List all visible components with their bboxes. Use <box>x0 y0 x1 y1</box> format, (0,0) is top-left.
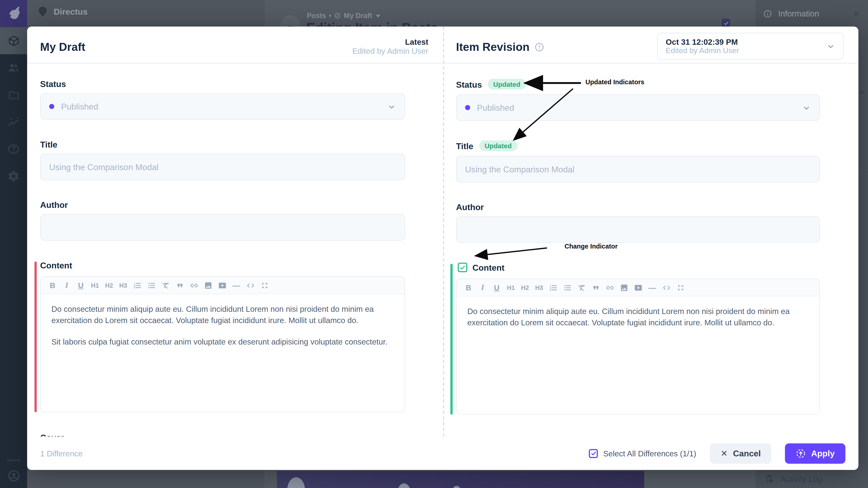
module-files[interactable] <box>0 81 27 108</box>
editor-body: Do consectetur minim aliquip aute eu. Ci… <box>457 297 819 414</box>
status-updated-badge: Updated <box>488 79 526 90</box>
author-input <box>456 217 820 243</box>
help-icon <box>7 143 20 156</box>
bullet-list-icon[interactable] <box>145 279 158 292</box>
bullet-list-icon[interactable] <box>561 281 574 294</box>
select-all-checkbox[interactable] <box>589 449 598 458</box>
project-chooser[interactable]: Directus <box>38 7 88 17</box>
save-button[interactable] <box>722 19 730 27</box>
module-content[interactable] <box>0 27 27 54</box>
apply-icon <box>796 448 806 458</box>
apply-button[interactable]: Apply <box>785 443 845 463</box>
draft-panel-title: My Draft <box>40 41 86 54</box>
code-icon[interactable] <box>660 281 673 294</box>
user-avatar[interactable] <box>0 464 27 487</box>
horizontal-rule-icon[interactable]: — <box>646 281 658 294</box>
close-icon[interactable] <box>853 10 860 18</box>
chevron-down-icon <box>802 103 811 112</box>
removed-indicator-bar <box>35 262 37 413</box>
heading-1-icon[interactable]: H1 <box>89 279 101 292</box>
clear-format-icon[interactable] <box>159 279 172 292</box>
italic-icon[interactable]: I <box>476 281 489 294</box>
editor-toolbar: BIUH1H2H3— <box>41 277 405 294</box>
revision-panel-title: Item Revision <box>456 41 530 54</box>
module-settings[interactable] <box>0 163 27 190</box>
status-select: Published <box>40 93 405 120</box>
project-logo-icon <box>38 7 47 17</box>
underline-icon[interactable]: U <box>74 279 87 292</box>
folder-icon <box>8 89 20 101</box>
title-input: Using the Comparison Modal <box>456 156 820 183</box>
apply-label: Apply <box>811 449 835 458</box>
cover-field-label: Cover <box>40 433 405 437</box>
blockquote-icon[interactable] <box>174 279 186 292</box>
content-change-checkbox[interactable] <box>458 263 467 272</box>
status-field-label: Status <box>456 80 482 90</box>
ordered-list-icon[interactable] <box>547 281 559 294</box>
module-insights[interactable] <box>0 108 27 135</box>
content-field-label: Content <box>472 263 504 272</box>
title-input: Using the Comparison Modal <box>40 154 405 180</box>
screen: Information Activity Log <box>0 0 868 488</box>
content-editor: BIUH1H2H3— Do consectetur minim aliquip … <box>40 276 405 413</box>
chevron-down-icon <box>387 102 396 111</box>
module-docs[interactable] <box>0 135 27 163</box>
image-icon[interactable] <box>618 281 630 294</box>
video-icon[interactable] <box>216 279 228 292</box>
heading-3-icon[interactable]: H3 <box>117 279 129 292</box>
chevron-down-icon <box>826 42 835 51</box>
clear-format-icon[interactable] <box>575 281 588 294</box>
close-icon <box>721 450 728 457</box>
title-updated-badge: Updated <box>479 140 518 151</box>
content-paragraph: Do consectetur minim aliquip aute eu. Ci… <box>467 306 809 328</box>
bold-icon[interactable]: B <box>46 279 59 292</box>
status-select: Published <box>456 94 820 121</box>
horizontal-rule-icon[interactable]: — <box>230 279 243 292</box>
video-icon[interactable] <box>632 281 644 294</box>
module-users[interactable] <box>0 54 27 81</box>
revision-selector[interactable]: Oct 31 12:02:39 PM Edited by Admin User <box>657 33 844 60</box>
fullscreen-icon[interactable] <box>674 281 687 294</box>
bold-icon[interactable]: B <box>462 281 475 294</box>
activity-log-row[interactable]: Activity Log <box>756 469 868 488</box>
cancel-label: Cancel <box>733 449 761 458</box>
heading-1-icon[interactable]: H1 <box>505 281 517 294</box>
comparison-modal: My Draft Latest Edited by Admin User Sta… <box>27 27 859 470</box>
module-bar-divider <box>7 460 20 461</box>
heading-2-icon[interactable]: H2 <box>103 279 115 292</box>
content-paragraph: Sit laboris culpa fugiat consectetur ani… <box>52 337 394 348</box>
directus-logo[interactable] <box>0 0 27 27</box>
title-field-label: Title <box>40 140 405 149</box>
editor-toolbar: BIUH1H2H3— <box>457 279 819 297</box>
title-value: Using the Comparison Modal <box>465 164 575 174</box>
revision-timestamp: Oct 31 12:02:39 PM <box>666 37 739 46</box>
activity-log-icon <box>765 474 774 483</box>
link-icon[interactable] <box>603 281 616 294</box>
heading-2-icon[interactable]: H2 <box>519 281 531 294</box>
select-all-differences[interactable]: Select All Differences (1/1) <box>589 449 696 458</box>
project-name: Directus <box>54 7 88 17</box>
insights-icon <box>7 116 20 128</box>
image-icon[interactable] <box>202 279 214 292</box>
cover-field-label: Cover <box>456 435 820 437</box>
fullscreen-icon[interactable] <box>258 279 271 292</box>
breadcrumb[interactable]: Posts • My Draft <box>307 12 381 20</box>
heading-3-icon[interactable]: H3 <box>533 281 546 294</box>
info-sidebar-header: Information <box>756 0 868 27</box>
title-value: Using the Comparison Modal <box>49 162 159 172</box>
module-bar <box>0 0 27 488</box>
code-icon[interactable] <box>244 279 256 292</box>
blockquote-icon[interactable] <box>590 281 602 294</box>
underline-icon[interactable]: U <box>491 281 503 294</box>
status-value: Published <box>61 102 98 111</box>
draft-panel: My Draft Latest Edited by Admin User Sta… <box>27 27 444 437</box>
chevron-up-icon[interactable] <box>858 89 866 97</box>
breadcrumb-collection: Posts <box>307 12 326 20</box>
link-icon[interactable] <box>188 279 200 292</box>
author-input <box>40 214 405 241</box>
cancel-button[interactable]: Cancel <box>710 443 772 463</box>
status-value: Published <box>477 103 514 112</box>
ordered-list-icon[interactable] <box>131 279 144 292</box>
italic-icon[interactable]: I <box>61 279 73 292</box>
box-icon <box>8 35 20 47</box>
